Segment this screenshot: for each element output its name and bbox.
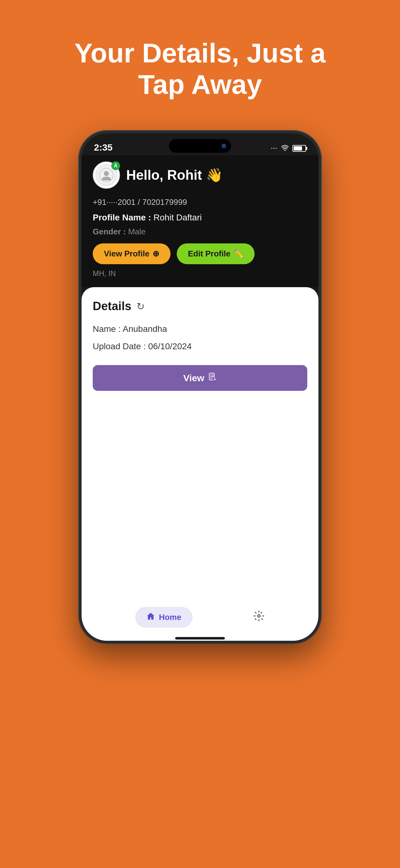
- page-headline: Your Details, Just a Tap Away: [49, 37, 351, 100]
- home-icon: [146, 612, 155, 623]
- settings-icon[interactable]: [253, 610, 265, 625]
- white-card: Details ↻ Name : Anubandha Upload Date :…: [81, 287, 319, 641]
- wifi-icon: [280, 144, 289, 153]
- edit-profile-button[interactable]: Edit Profile ✏️: [177, 243, 255, 264]
- headline-line2: Tap Away: [138, 69, 262, 100]
- profile-name-row: Profile Name : Rohit Daftari: [93, 213, 307, 223]
- avatar-container: A: [93, 161, 120, 189]
- gender-label: Gender :: [93, 227, 128, 236]
- status-icons: ···: [271, 144, 306, 153]
- gender-value: Male: [128, 227, 145, 236]
- status-time: 2:35: [94, 142, 112, 153]
- profile-name-label: Profile Name :: [93, 213, 154, 222]
- detail-name-row: Name : Anubandha: [93, 324, 307, 334]
- battery-icon: [292, 145, 306, 152]
- detail-upload-date-label: Upload Date :: [93, 341, 148, 351]
- view-profile-label: View Profile: [104, 249, 149, 258]
- edit-profile-label: Edit Profile: [188, 249, 230, 258]
- home-nav-item[interactable]: Home: [135, 607, 192, 628]
- view-doc-label: View: [183, 373, 204, 383]
- document-icon: [208, 373, 217, 383]
- details-title: Details: [93, 300, 131, 313]
- home-label: Home: [159, 613, 181, 622]
- view-document-button[interactable]: View: [93, 365, 307, 391]
- bottom-nav: Home: [93, 602, 307, 634]
- details-header: Details ↻: [93, 300, 307, 313]
- headline-line1: Your Details, Just a: [74, 37, 326, 68]
- gender-row: Gender : Male: [93, 227, 307, 237]
- signal-dots-icon: ···: [271, 145, 277, 152]
- download-icon: ⊕: [153, 249, 159, 258]
- svg-point-1: [104, 171, 109, 176]
- view-profile-button[interactable]: View Profile ⊕: [93, 243, 171, 264]
- phone-frame: 2:35 ···: [79, 131, 321, 643]
- phone-number-row: +91·····2001 / 7020179999: [93, 197, 307, 207]
- detail-name-label: Name :: [93, 324, 123, 334]
- svg-point-4: [258, 615, 260, 617]
- refresh-icon[interactable]: ↻: [136, 301, 145, 312]
- avatar-badge: A: [111, 161, 120, 170]
- location-text: MH, IN: [93, 269, 116, 278]
- dark-content-area: A Hello, Rohit 👋 +91·····2001 / 70201799…: [81, 155, 319, 287]
- hello-text: Hello, Rohit 👋: [126, 167, 223, 183]
- profile-name-value: Rohit Daftari: [154, 213, 202, 222]
- dynamic-island: [169, 139, 231, 153]
- detail-name-value: Anubandha: [123, 324, 167, 334]
- location-row: MH, IN: [93, 269, 307, 278]
- edit-pencil-icon: ✏️: [233, 249, 243, 258]
- profile-header-row: A Hello, Rohit 👋: [93, 161, 307, 189]
- buttons-row: View Profile ⊕ Edit Profile ✏️: [93, 243, 307, 264]
- camera-dot: [222, 144, 226, 148]
- detail-upload-date-row: Upload Date : 06/10/2024: [93, 341, 307, 351]
- home-indicator: [175, 637, 225, 640]
- detail-upload-date-value: 06/10/2024: [148, 341, 192, 351]
